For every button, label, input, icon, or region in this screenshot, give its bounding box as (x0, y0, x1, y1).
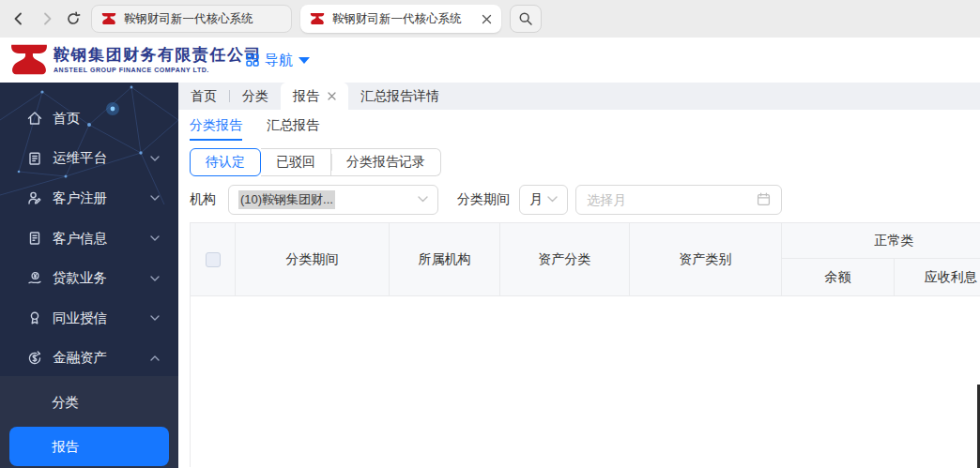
sidebar-item-customer-register[interactable]: 客户注册 (0, 178, 178, 219)
month-picker[interactable] (575, 185, 782, 215)
workspace-tab-label: 首页 (191, 88, 217, 105)
sidebar-item-customer-info[interactable]: 客户信息 (0, 219, 178, 259)
month-picker-input[interactable] (587, 192, 757, 207)
home-icon (26, 110, 43, 127)
document-icon (26, 230, 43, 247)
col-header-org: 所属机构 (390, 223, 500, 296)
pending-confirmation-button[interactable]: 待认定 (190, 148, 261, 176)
navigation-menu-button[interactable]: 导航 (246, 38, 310, 83)
sidebar-menu: 首页 运维平台 客户注册 客户信息 贷款业务 (0, 83, 178, 378)
sidebar-item-label: 金融资产 (53, 349, 107, 367)
col-header-interest: 应收利息 (895, 259, 980, 296)
sidebar-item-label: 客户信息 (53, 230, 107, 248)
ansteel-favicon (310, 12, 325, 25)
table-empty-body (190, 296, 980, 467)
workspace-tab-label: 分类 (242, 88, 268, 105)
back-icon[interactable] (11, 11, 26, 26)
asset-icon (26, 350, 43, 367)
chevron-down-icon (150, 276, 160, 281)
select-all-cell (191, 223, 236, 296)
filter-bar: 机构 (10)鞍钢集团财... 分类期间 月 (190, 184, 980, 215)
sidebar-item-ops-platform[interactable]: 运维平台 (0, 139, 178, 179)
main-content: 首页 分类 报告 汇总报告详情 分类报告 汇总报告 待认定 已驳回 分类报 (178, 83, 980, 468)
chevron-down-icon (150, 315, 160, 321)
browser-tab-title: 鞍钢财司新一代核心系统 (124, 11, 282, 27)
chevron-down-icon (547, 196, 558, 203)
col-header-asset-class: 资产分类 (500, 223, 630, 296)
col-group-normal: 正常类 (782, 223, 980, 259)
org-filter-label: 机构 (190, 191, 216, 208)
search-button[interactable] (510, 5, 542, 33)
tab-close-icon[interactable] (481, 13, 492, 24)
chevron-down-icon (150, 195, 160, 201)
classification-report-records-button[interactable]: 分类报告记录 (331, 148, 441, 176)
workspace-tab-report[interactable]: 报告 (281, 83, 348, 110)
reload-icon[interactable] (66, 11, 81, 26)
browser-tab-inactive[interactable]: 鞍钢财司新一代核心系统 (91, 5, 292, 33)
period-unit-select[interactable]: 月 (519, 185, 568, 215)
sidebar-item-financial-assets[interactable]: 金融资产 (0, 339, 178, 379)
sidebar-item-label: 贷款业务 (53, 269, 107, 287)
period-filter-label: 分类期间 (457, 191, 510, 208)
col-header-balance: 余额 (782, 259, 895, 296)
sidebar-item-label: 运维平台 (53, 149, 107, 167)
close-icon[interactable] (328, 92, 336, 100)
sidebar-item-label: 客户注册 (53, 189, 107, 207)
screen: 鞍钢财司新一代核心系统 鞍钢财司新一代核心系统 鞍钢集团财务有限责任公司 ANS… (0, 0, 980, 468)
user-edit-icon (26, 189, 43, 206)
company-name-en: ANSTEEL GROUP FINANCE COMPANY LTD. (54, 67, 262, 73)
rejected-button[interactable]: 已驳回 (261, 148, 331, 176)
sidebar-item-loan-business[interactable]: 贷款业务 (0, 258, 178, 298)
medal-icon (26, 309, 43, 326)
sidebar-submenu: 分类 报告 (0, 376, 178, 468)
ansteel-logo-icon (9, 42, 49, 77)
ansteel-favicon (101, 12, 116, 25)
period-unit-value: 月 (529, 191, 543, 208)
calendar-icon (757, 192, 771, 206)
forward-icon[interactable] (39, 11, 54, 26)
sidebar: 首页 运维平台 客户注册 客户信息 贷款业务 (0, 83, 178, 468)
chevron-down-icon (150, 156, 160, 161)
sidebar-item-home[interactable]: 首页 (0, 98, 178, 139)
search-icon (518, 11, 533, 26)
app-header: 鞍钢集团财务有限责任公司 ANSTEEL GROUP FINANCE COMPA… (0, 38, 980, 83)
workspace-tab-label: 报告 (293, 88, 319, 105)
clipboard-icon (26, 150, 43, 167)
workspace-tab-home[interactable]: 首页 (178, 83, 229, 110)
workspace-tab-label: 汇总报告详情 (360, 88, 439, 105)
sidebar-subitem-label: 报告 (52, 439, 79, 454)
sidebar-subitem-report[interactable]: 报告 (9, 427, 169, 466)
loan-icon (26, 270, 43, 287)
org-select-value: (10)鞍钢集团财... (238, 190, 335, 209)
caret-down-icon (299, 57, 310, 64)
chevron-down-icon (418, 196, 428, 203)
col-header-asset-category: 资产类别 (630, 223, 782, 296)
sidebar-item-label: 同业授信 (53, 309, 107, 327)
col-header-period: 分类期间 (236, 223, 390, 296)
report-table: 分类期间 所属机构 资产分类 资产类别 正常类 余额 应收利息 (190, 222, 980, 467)
org-select[interactable]: (10)鞍钢集团财... (228, 185, 438, 215)
browser-toolbar: 鞍钢财司新一代核心系统 鞍钢财司新一代核心系统 (0, 0, 980, 38)
subtab-classification-report[interactable]: 分类报告 (190, 117, 242, 141)
status-button-group: 待认定 已驳回 分类报告记录 (190, 148, 980, 176)
sidebar-subitem-label: 分类 (52, 395, 79, 410)
workspace-tab-summary-report-detail[interactable]: 汇总报告详情 (348, 83, 452, 110)
workspace-tab-bar: 首页 分类 报告 汇总报告详情 (178, 83, 980, 110)
company-name-cn: 鞍钢集团财务有限责任公司 (54, 44, 262, 66)
sidebar-item-interbank-credit[interactable]: 同业授信 (0, 298, 178, 339)
sidebar-item-label: 首页 (53, 110, 80, 128)
browser-tab-title: 鞍钢财司新一代核心系统 (332, 11, 473, 27)
apps-grid-icon (246, 53, 259, 67)
navigation-label: 导航 (265, 52, 293, 69)
report-page: 分类报告 汇总报告 待认定 已驳回 分类报告记录 机构 (10)鞍钢集团财...… (178, 117, 980, 467)
company-brand: 鞍钢集团财务有限责任公司 ANSTEEL GROUP FINANCE COMPA… (54, 44, 262, 73)
chevron-up-icon (150, 355, 160, 361)
chevron-down-icon (150, 235, 160, 241)
select-all-checkbox[interactable] (206, 252, 221, 267)
subtab-summary-report[interactable]: 汇总报告 (267, 117, 319, 141)
browser-tab-active[interactable]: 鞍钢财司新一代核心系统 (300, 5, 501, 33)
report-subtabs: 分类报告 汇总报告 (190, 117, 980, 141)
sidebar-subitem-classification[interactable]: 分类 (0, 382, 178, 423)
workspace-tab-classification[interactable]: 分类 (230, 83, 281, 110)
